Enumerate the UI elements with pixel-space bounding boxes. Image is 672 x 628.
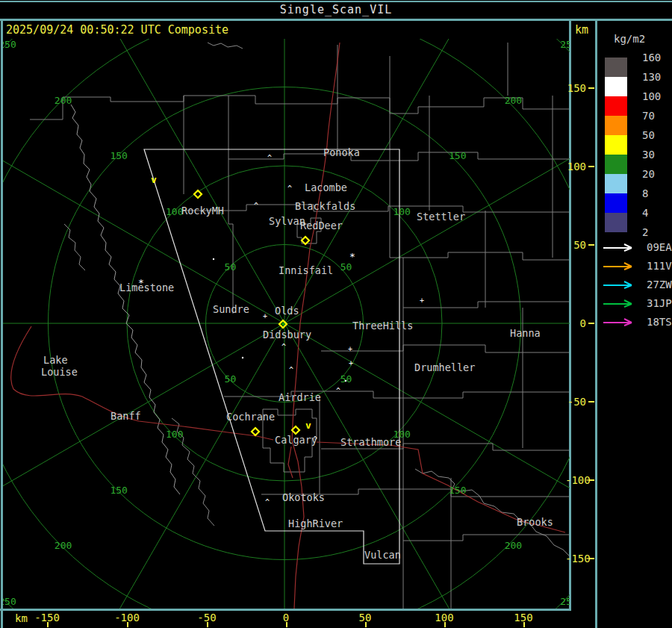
county-boundary [224,391,569,398]
scale-value-label: 4 [642,207,648,219]
point-marker [345,380,346,382]
station-code-label: 18TS [647,316,672,328]
scale-value-label: 160 [642,52,661,63]
color-scale-unit-label: kg/m2 [614,33,645,45]
scale-color-block [605,77,627,96]
city-label: Sundre [213,303,249,315]
station-code-label: 111V [647,260,672,272]
terrain-boundary [208,43,243,49]
highway [288,447,293,478]
range-ring-label: 50 [340,261,352,273]
scale-color-block [605,96,627,116]
scale-value-label: 8 [642,187,648,199]
radar-station-legend: 09EA 111V 27ZW 31JP 18TS [602,237,672,331]
bottom-axis-tick [207,622,208,627]
scale-color-block [605,213,627,232]
point-marker: + [420,296,424,305]
radar-site-diamond-icon [194,190,202,198]
bottom-axis-unit-label: km [15,612,28,624]
bottom-axis-tick [127,622,128,627]
right-axis-tick [588,401,594,402]
range-ring-label: 250 [0,596,16,607]
point-marker [213,258,214,260]
scale-value-label: 2 [642,226,648,238]
range-ring-label: 150 [449,150,466,161]
station-code-label: 27ZW [647,279,672,290]
range-ring-label: 50 [225,261,237,273]
right-axis-tick [588,166,594,167]
point-marker: ^ [287,184,292,193]
scale-color-block [605,57,627,77]
station-arrow-icon [602,261,638,271]
right-axis-tick [588,244,594,246]
range-ring-label: 150 [110,150,127,161]
city-label: Drumheller [414,361,475,373]
city-label: Ponoka [323,146,360,158]
station-legend-item: 18TS [602,312,672,331]
city-label: Olds [275,305,299,317]
station-arrow-icon [602,242,638,252]
city-label: Airdrie [279,391,321,403]
point-marker: ^ [336,387,340,395]
radar-application-window: { "title_bar": { "title": "Single_Scan_V… [0,0,672,628]
city-label: Didsbury [263,329,311,341]
county-boundary [403,302,569,308]
county-boundary [390,252,569,260]
range-ring-label: 50 [340,373,352,385]
scale-value-label: 70 [642,110,655,122]
scale-color-block [605,135,627,155]
county-boundary [228,96,233,314]
city-label: Hanna [510,327,541,339]
terrain-boundary [415,469,570,557]
city-label: HighRiver [288,517,343,529]
bottom-axis-tick [47,622,49,627]
scale-value-label: 30 [642,149,655,161]
point-marker: * [138,277,144,288]
bottom-axis-tick [286,622,287,627]
range-ring-label: 250 [560,596,577,607]
city-label: Okotoks [282,491,325,503]
range-ring-label: 50 [225,373,237,385]
point-marker: + [349,359,353,367]
right-axis-tick [588,87,594,89]
city-label: Cochrane [226,411,275,423]
city-label: RockyMH [181,205,224,217]
city-label: ThreeHills [352,320,413,332]
station-code-label: 09EA [647,241,672,253]
radar-map[interactable]: 5050505010010010010015015015015020020020… [0,0,672,628]
scale-value-label: 20 [642,168,655,180]
right-axis-tick-label: -50 [565,396,586,408]
color-scale: 16013010070503020842 [605,57,672,232]
county-boundary [182,205,569,212]
station-arrow-icon [602,298,638,308]
range-ring [0,0,672,628]
city-label: Lake [43,354,68,366]
city-label: Blackfalds [295,200,355,212]
county-boundary [403,535,569,541]
city-label: Louise [41,366,78,378]
range-radial [60,0,284,323]
right-axis-tick-label: -150 [565,553,586,565]
city-label: Limestone [119,282,174,293]
storm-arrow-icon: v [151,174,157,185]
right-axis-tick [588,479,594,481]
station-arrow-icon [602,279,638,290]
bottom-axis-tick [523,622,525,627]
point-marker: * [349,251,355,262]
range-ring-label: 150 [449,485,466,496]
range-ring-label: 100 [393,206,410,217]
station-code-label: 31JP [647,297,672,309]
right-axis-tick-label: 150 [565,82,586,94]
scale-color-block [605,155,627,174]
right-axis-tick-label: 50 [565,239,586,251]
right-axis-tick-label: 0 [565,317,586,329]
right-axis-tick [588,323,594,324]
radar-site-diamond-icon [292,426,299,434]
point-marker: + [348,345,352,353]
range-ring-label: 100 [166,429,183,440]
point-marker: ^ [313,435,317,444]
county-boundary [228,152,569,161]
station-legend-item: 27ZW [602,275,672,293]
city-label: Banff [111,410,141,422]
station-legend-item: 31JP [602,293,672,312]
